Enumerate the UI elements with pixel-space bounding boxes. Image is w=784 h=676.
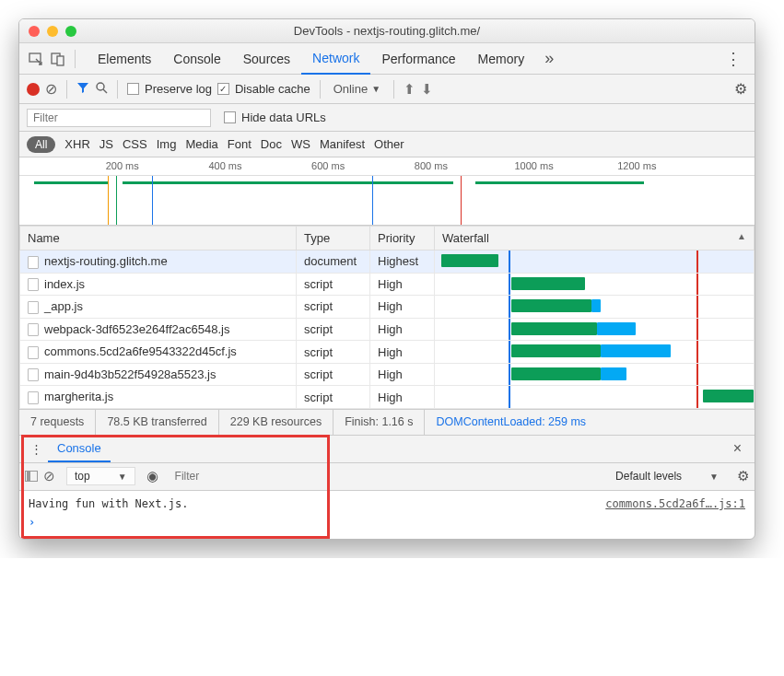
console-clear-icon[interactable]: ⊘ xyxy=(43,468,55,484)
console-sidebar-toggle-icon[interactable] xyxy=(25,471,38,482)
device-toggle-icon[interactable] xyxy=(47,48,69,70)
request-type: document xyxy=(297,251,370,274)
search-icon[interactable] xyxy=(95,81,108,97)
request-type: script xyxy=(297,363,370,386)
request-name: main-9d4b3b522f54928a5523.js xyxy=(44,367,216,381)
timeline-overview[interactable] xyxy=(19,176,755,226)
network-settings-icon[interactable]: ⚙ xyxy=(734,80,747,98)
console-log-source[interactable]: commons.5cd2a6f….js:1 xyxy=(605,495,745,513)
type-filter-js[interactable]: JS xyxy=(99,137,113,151)
type-filter-ws[interactable]: WS xyxy=(291,137,310,151)
drawer-tabbar: ⋮ Console × xyxy=(19,436,755,463)
more-tabs-icon[interactable]: » xyxy=(539,49,559,68)
summary-dcl: DOMContentLoaded: 259 ms xyxy=(425,410,597,435)
filter-bar: Hide data URLs xyxy=(19,104,755,132)
type-filter-other[interactable]: Other xyxy=(374,137,404,151)
type-filter-img[interactable]: Img xyxy=(157,137,177,151)
column-waterfall[interactable]: Waterfall▲ xyxy=(435,227,755,251)
window-title: DevTools - nextjs-routing.glitch.me/ xyxy=(19,24,755,38)
chevron-down-icon: ▼ xyxy=(709,472,719,482)
type-filter-all[interactable]: All xyxy=(27,136,55,153)
request-type: script xyxy=(297,386,370,409)
ruler-tick: 400 ms xyxy=(208,160,241,171)
table-row[interactable]: main-9d4b3b522f54928a5523.jsscriptHigh xyxy=(20,363,755,386)
chevron-down-icon: ▼ xyxy=(371,84,380,94)
type-filter-manifest[interactable]: Manifest xyxy=(320,137,365,151)
timeline-ruler: 200 ms400 ms600 ms800 ms1000 ms1200 ms xyxy=(19,157,755,176)
drawer-menu-icon[interactable]: ⋮ xyxy=(25,442,48,456)
console-settings-icon[interactable]: ⚙ xyxy=(737,468,749,484)
tab-memory[interactable]: Memory xyxy=(467,44,536,74)
summary-requests: 7 requests xyxy=(19,410,96,435)
drawer-tab-console[interactable]: Console xyxy=(48,436,111,462)
console-prompt[interactable]: › xyxy=(29,513,745,531)
table-row[interactable]: nextjs-routing.glitch.medocumentHighest xyxy=(20,251,755,274)
tab-performance[interactable]: Performance xyxy=(370,44,466,74)
column-priority[interactable]: Priority xyxy=(370,227,435,251)
upload-har-icon[interactable]: ⬆ xyxy=(404,81,415,98)
type-filter-xhr[interactable]: XHR xyxy=(64,137,89,151)
type-filter-media[interactable]: Media xyxy=(185,137,217,151)
live-expression-icon[interactable]: ◉ xyxy=(146,468,158,484)
preserve-log-checkbox[interactable] xyxy=(127,83,139,95)
ruler-tick: 1000 ms xyxy=(514,160,553,171)
console-input[interactable] xyxy=(41,516,745,529)
request-priority: High xyxy=(370,386,435,409)
tab-console[interactable]: Console xyxy=(162,44,231,74)
svg-line-4 xyxy=(103,89,107,93)
network-table: NameTypePriorityWaterfall▲ nextjs-routin… xyxy=(19,226,755,409)
table-row[interactable]: commons.5cd2a6fe9543322d45cf.jsscriptHig… xyxy=(20,341,755,364)
drawer-close-icon[interactable]: × xyxy=(726,440,749,457)
console-context-select[interactable]: top ▼ xyxy=(66,467,135,485)
type-filter-doc[interactable]: Doc xyxy=(261,137,282,151)
type-filter-css[interactable]: CSS xyxy=(123,137,147,151)
type-filter-font[interactable]: Font xyxy=(228,137,252,151)
console-levels-select[interactable]: Default levels ▼ xyxy=(608,468,726,484)
request-priority: High xyxy=(370,363,435,386)
column-type[interactable]: Type xyxy=(297,227,370,251)
throttle-value: Online xyxy=(333,82,369,96)
request-priority: High xyxy=(370,273,435,296)
file-icon xyxy=(28,391,39,404)
table-row[interactable]: index.jsscriptHigh xyxy=(20,273,755,296)
waterfall-cell xyxy=(435,386,755,409)
throttle-select[interactable]: Online ▼ xyxy=(330,82,384,96)
summary-transferred: 78.5 KB transferred xyxy=(96,410,218,435)
network-filter-input[interactable] xyxy=(27,109,211,127)
ruler-tick: 1200 ms xyxy=(617,160,656,171)
hide-data-urls-label: Hide data URLs xyxy=(241,111,326,124)
tab-network[interactable]: Network xyxy=(301,43,370,75)
settings-menu-icon[interactable]: ⋮ xyxy=(718,49,749,69)
summary-resources: 229 KB resources xyxy=(219,410,333,435)
waterfall-cell xyxy=(435,273,755,296)
request-name: webpack-3df6523e264ff2ac6548.js xyxy=(44,322,229,336)
column-name[interactable]: Name xyxy=(20,227,297,251)
table-row[interactable]: webpack-3df6523e264ff2ac6548.jsscriptHig… xyxy=(20,318,755,341)
request-name: index.js xyxy=(44,277,85,291)
network-toolbar: ⊘ Preserve log Disable cache Online ▼ ⬆ … xyxy=(19,75,755,104)
file-icon xyxy=(28,346,39,359)
disable-cache-checkbox[interactable] xyxy=(217,83,229,95)
filter-toggle-icon[interactable] xyxy=(76,81,89,97)
file-icon xyxy=(28,256,39,269)
inspect-icon[interactable] xyxy=(25,48,47,70)
ruler-tick: 200 ms xyxy=(106,160,139,171)
file-icon xyxy=(28,323,39,336)
waterfall-cell xyxy=(435,318,755,341)
record-button[interactable] xyxy=(27,83,40,96)
tab-sources[interactable]: Sources xyxy=(232,44,301,74)
tab-elements[interactable]: Elements xyxy=(87,44,162,74)
svg-rect-2 xyxy=(57,56,64,65)
console-context-value: top xyxy=(75,470,90,483)
console-drawer: ⋮ Console × ⊘ top ▼ ◉ Default levels ▼ ⚙ xyxy=(19,435,755,539)
prompt-caret-icon: › xyxy=(29,513,35,531)
console-filter-input[interactable] xyxy=(170,468,603,484)
waterfall-cell xyxy=(435,296,755,319)
request-type: script xyxy=(297,341,370,364)
hide-data-urls-checkbox[interactable] xyxy=(224,111,236,123)
clear-icon[interactable]: ⊘ xyxy=(45,80,57,98)
table-row[interactable]: margherita.jsscriptHigh xyxy=(20,386,755,409)
download-har-icon[interactable]: ⬇ xyxy=(421,81,433,98)
table-row[interactable]: _app.jsscriptHigh xyxy=(20,296,755,319)
file-icon xyxy=(28,368,39,381)
